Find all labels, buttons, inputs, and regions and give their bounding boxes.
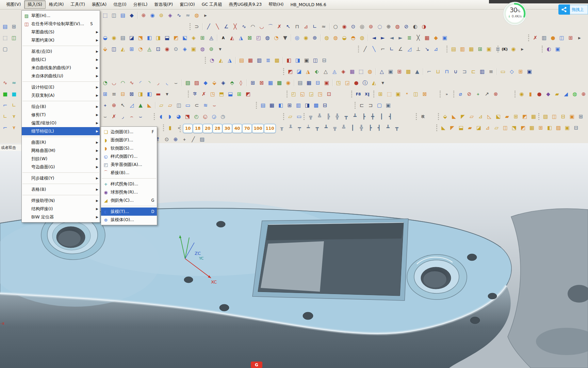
quick-size-button-110[interactable]: 110 [264,124,276,133]
toolbar-icon[interactable]: ⬚ [385,90,394,98]
toolbar-icon[interactable]: ⊔ [434,67,442,76]
toolbar-icon[interactable]: ▾ [163,90,172,98]
toolbar-icon[interactable]: ◮ [225,56,234,65]
toolbar-icon[interactable]: ∟ [387,45,396,53]
toolbar-icon[interactable]: ◤ [448,123,457,132]
toolbar-icon[interactable]: ⌣ [136,112,145,121]
toolbar-group-handle[interactable] [283,68,284,75]
toolbar-icon[interactable]: ► [396,33,405,42]
toolbar-group-handle[interactable] [373,91,374,97]
toolbar-icon[interactable]: ▩ [273,56,281,65]
toolbar-icon[interactable]: ◉ [284,78,293,87]
menubar-item-6[interactable]: 分析(L) [130,0,151,9]
toolbar-icon[interactable]: ▥ [458,45,467,53]
toolbar-icon[interactable]: ◆ [431,33,440,42]
toolbar-icon[interactable]: ⬙ [101,45,110,53]
toolbar-icon[interactable]: ⊠ [257,78,266,87]
toolbar-icon[interactable]: ◠ [118,78,127,87]
toolbar-group-handle[interactable] [514,91,516,97]
toolbar-icon[interactable]: ◵ [201,112,210,121]
toolbar-icon[interactable]: ⬕ [494,112,503,121]
detail-submenu-item-1[interactable]: ◗面倒圆(F)... [101,136,157,144]
drag-upload-badge[interactable]: 拖拽上 [558,4,588,15]
toolbar-icon[interactable]: ✗ [110,112,118,121]
toolbar-icon[interactable]: ▱ [492,123,501,132]
toolbar-icon[interactable]: ⌐ [425,67,434,76]
toolbar-icon[interactable]: ╠ [324,112,333,121]
toolbar-icon[interactable]: X‖ [363,90,372,98]
toolbar-icon[interactable]: ◳ [208,90,217,98]
quick-size-button-28[interactable]: 28 [212,124,223,133]
toolbar-icon[interactable]: ⌣ [172,78,180,87]
toolbar-icon[interactable]: ◫ [501,123,510,132]
toolbar-icon[interactable]: ╬ [357,123,366,132]
insert-menu-item-8[interactable]: 设计特征(E)▶ [22,83,100,91]
toolbar-icon[interactable]: ◈ [166,11,175,20]
toolbar-group-handle[interactable] [154,113,155,120]
insert-menu-item-22[interactable]: BIW 定位器▶ [22,213,100,221]
detail-submenu-item-10[interactable]: ⊕拔模体(O)... [101,216,157,224]
toolbar-icon[interactable]: ⊚ [366,22,375,31]
toolbar-icon[interactable]: ◍ [263,33,272,42]
toolbar-group-handle[interactable] [446,46,447,52]
toolbar-icon[interactable]: ┫ [386,112,395,121]
toolbar-icon[interactable]: ∿ [240,22,248,31]
toolbar-icon[interactable]: ⓘ [361,78,370,87]
insert-menu-item-15[interactable]: 网格曲面(M)▶ [22,147,100,155]
toolbar-icon[interactable]: ◍ [331,33,340,42]
toolbar-icon[interactable]: ▾ [378,78,387,87]
toolbar-icon[interactable]: ┃ [348,123,357,132]
toolbar-icon[interactable]: ◇ [507,67,516,76]
toolbar-icon[interactable]: ▩ [404,67,413,76]
toolbar-icon[interactable]: ⬔ [136,33,145,42]
toolbar-icon[interactable]: ◜ [136,78,145,87]
toolbar-icon[interactable]: ∿ [127,78,136,87]
toolbar-icon[interactable]: ▩ [312,101,321,110]
toolbar-icon[interactable]: ◞ [154,78,163,87]
toolbar-icon[interactable]: ◢ [561,90,570,98]
toolbar-icon[interactable]: ▬ [154,90,163,98]
insert-menu-item-11[interactable]: 修剪(T)▶ [22,111,100,119]
toolbar-icon[interactable]: ◭ [216,56,225,65]
toolbar-icon[interactable]: ┷ [304,123,313,132]
toolbar-icon[interactable]: ◬ [330,67,339,76]
toolbar-icon[interactable]: ╦ [330,123,339,132]
toolbar-icon[interactable]: ╲ [213,22,222,31]
toolbar-icon[interactable]: ≣ [405,33,414,42]
toolbar-icon[interactable]: ⬘ [228,78,236,87]
toolbar-group-handle[interactable] [358,46,359,52]
toolbar-icon[interactable]: ▣ [302,56,311,65]
toolbar-icon[interactable]: ◫ [557,33,566,42]
toolbar-icon[interactable]: ▤ [237,56,246,65]
toolbar-icon[interactable]: ⊿ [301,22,310,31]
toolbar-icon[interactable]: ╦ [306,112,315,121]
toolbar-icon[interactable]: ╩ [315,112,324,121]
toolbar-group-handle[interactable] [440,91,441,97]
toolbar-icon[interactable]: ◈ [339,67,348,76]
menubar-item-12[interactable]: HB_MOULD M6.6 [287,1,329,9]
toolbar-icon[interactable]: ⊏ [357,101,366,110]
toolbar-icon[interactable]: ▾ [216,45,225,53]
toolbar-icon[interactable]: ▧ [541,112,550,121]
toolbar-icon[interactable]: ⊞ [536,123,545,132]
toolbar-icon[interactable]: ◠ [248,22,257,31]
insert-menu-item-5[interactable]: 曲线(C)▶ [22,56,100,64]
toolbar-icon[interactable]: ▼ [281,33,290,42]
insert-menu-item-3[interactable]: 草图约束(K)▶ [22,36,100,44]
toolbar-icon[interactable]: ⊠ [127,90,136,98]
toolbar-icon[interactable]: ◨ [136,90,145,98]
toolbar-icon[interactable]: ┯ [295,123,304,132]
insert-menu-item-12[interactable]: 偏置/缩放(O)▶ [22,119,100,127]
toolbar-icon[interactable]: ⬒ [217,90,226,98]
toolbar-icon[interactable]: ⬚ [101,11,110,20]
download-progress-widget[interactable]: 30% ↓ 0.4K/s [503,1,527,26]
toolbar-icon[interactable]: ◗ [165,112,174,121]
toolbar-group-handle[interactable] [287,91,288,97]
toolbar-icon[interactable]: ▤ [1,22,10,31]
toolbar-icon[interactable]: ◔ [101,78,110,87]
toolbar-icon[interactable]: ⬕ [180,33,189,42]
toolbar-icon[interactable]: ∟ [10,101,18,110]
toolbar-icon[interactable]: ⊡ [325,90,333,98]
toolbar-icon[interactable]: ▤ [449,45,458,53]
menubar-item-10[interactable]: 燕秀UG模具9.23 [226,0,265,9]
